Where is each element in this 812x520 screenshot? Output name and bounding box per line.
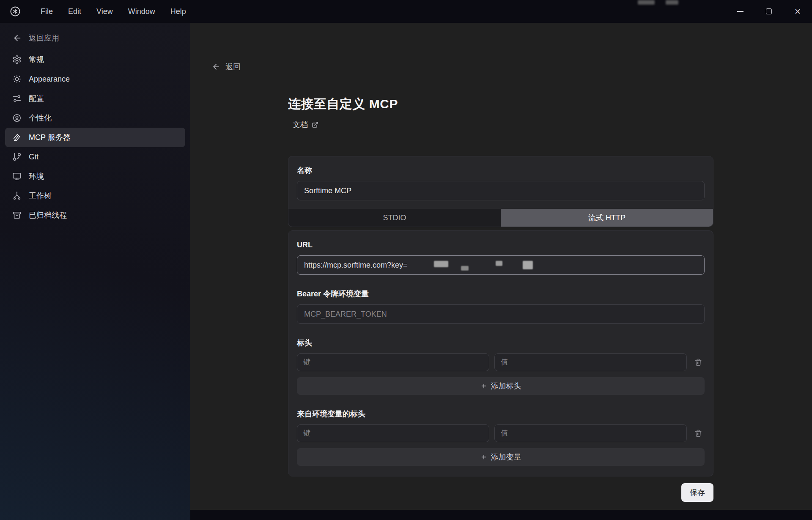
sidebar-item-environment[interactable]: 环境 <box>5 167 185 186</box>
url-input[interactable]: https://mcp.sorftime.com?key= <box>297 255 705 275</box>
worktree-icon <box>12 191 22 200</box>
env-headers-label: 来自环境变量的标头 <box>297 409 705 419</box>
menu-window[interactable]: Window <box>121 4 163 19</box>
docs-link-label: 文档 <box>293 120 308 130</box>
close-icon: ✕ <box>794 8 801 16</box>
menu-edit[interactable]: Edit <box>60 4 89 19</box>
sidebar-item-label: 已归档线程 <box>29 210 67 220</box>
env-header-key-input[interactable] <box>297 424 489 442</box>
plus-icon <box>480 454 487 460</box>
user-circle-icon <box>12 113 22 123</box>
arrow-left-icon <box>13 33 22 43</box>
header-row <box>297 353 705 371</box>
menu-file[interactable]: File <box>33 4 60 19</box>
sidebar: 返回应用 常规 Appearance 配置 个性化 MCP 服务器 <box>0 23 190 520</box>
sidebar-item-label: 配置 <box>29 93 44 104</box>
archive-icon <box>12 211 22 220</box>
trash-icon <box>694 430 702 437</box>
sidebar-item-personalization[interactable]: 个性化 <box>5 108 185 128</box>
bearer-token-input[interactable] <box>297 304 705 324</box>
redacted-blur <box>496 261 502 266</box>
sidebar-item-label: 工作树 <box>29 191 52 201</box>
maximize-button[interactable] <box>754 0 783 23</box>
header-key-input[interactable] <box>297 353 489 371</box>
name-card: 名称 STDIO 流式 HTTP <box>288 156 713 227</box>
delete-header-button[interactable] <box>692 356 705 369</box>
sidebar-item-git[interactable]: Git <box>5 147 185 167</box>
sidebar-item-label: Appearance <box>29 75 70 84</box>
window-controls: ✕ <box>726 0 812 23</box>
transport-tabs: STDIO 流式 HTTP <box>288 209 713 227</box>
header-value-input[interactable] <box>494 353 687 371</box>
back-to-app-label: 返回应用 <box>29 33 59 43</box>
git-branch-icon <box>12 152 22 161</box>
env-header-value-input[interactable] <box>494 424 687 442</box>
tab-streaming-http[interactable]: 流式 HTTP <box>501 209 713 227</box>
save-button[interactable]: 保存 <box>681 483 713 502</box>
sidebar-item-general[interactable]: 常规 <box>5 50 185 69</box>
sidebar-item-label: MCP 服务器 <box>29 132 71 142</box>
add-variable-button[interactable]: 添加变量 <box>297 448 705 466</box>
bearer-label: Bearer 令牌环境变量 <box>297 289 705 298</box>
docs-link[interactable]: 文档 <box>293 120 318 130</box>
add-variable-label: 添加变量 <box>491 452 521 462</box>
sidebar-item-archived-threads[interactable]: 已归档线程 <box>5 205 185 225</box>
save-row: 保存 <box>288 483 713 502</box>
plus-icon <box>480 383 487 389</box>
sidebar-item-mcp-servers[interactable]: MCP 服务器 <box>5 128 185 147</box>
minimize-icon <box>737 11 743 12</box>
name-input[interactable] <box>297 181 705 200</box>
name-label: 名称 <box>297 166 705 175</box>
back-to-app-link[interactable]: 返回应用 <box>13 33 190 43</box>
back-link[interactable]: 返回 <box>212 62 241 72</box>
redacted-blur <box>638 0 655 5</box>
sidebar-item-config[interactable]: 配置 <box>5 89 185 108</box>
external-link-icon <box>312 121 318 128</box>
sidebar-item-label: 常规 <box>29 55 44 65</box>
minimize-button[interactable] <box>726 0 754 23</box>
redacted-blur <box>523 261 533 269</box>
mcp-icon <box>12 133 22 142</box>
menu-view[interactable]: View <box>89 4 121 19</box>
sidebar-item-worktrees[interactable]: 工作树 <box>5 186 185 205</box>
env-header-row <box>297 424 705 442</box>
sidebar-item-appearance[interactable]: Appearance <box>5 69 185 89</box>
monitor-icon <box>12 172 22 181</box>
titlebar: File Edit View Window Help ✕ <box>0 0 812 23</box>
sun-icon <box>12 74 22 84</box>
trash-icon <box>694 359 702 366</box>
main-content: 返回 连接至自定义 MCP 文档 名称 STDIO 流式 HTTP URL ht… <box>190 23 812 510</box>
arrow-left-icon <box>212 63 220 71</box>
url-value: https://mcp.sorftime.com?key= <box>304 261 408 270</box>
delete-env-header-button[interactable] <box>692 427 705 440</box>
redacted-blur <box>461 266 469 271</box>
add-header-label: 添加标头 <box>491 381 521 391</box>
redacted-blur <box>434 261 448 267</box>
sidebar-item-label: Git <box>29 153 38 161</box>
headers-label: 标头 <box>297 338 705 348</box>
back-link-label: 返回 <box>225 62 241 72</box>
maximize-icon <box>766 8 772 14</box>
close-button[interactable]: ✕ <box>783 0 812 23</box>
redacted-blur <box>666 0 678 5</box>
url-label: URL <box>297 240 705 249</box>
connection-card: URL https://mcp.sorftime.com?key= Bearer… <box>288 230 713 476</box>
app-logo-icon <box>9 5 21 17</box>
add-header-button[interactable]: 添加标头 <box>297 377 705 395</box>
page-title: 连接至自定义 MCP <box>288 96 812 113</box>
sidebar-item-label: 环境 <box>29 171 44 181</box>
gear-icon <box>12 55 22 64</box>
menu-bar: File Edit View Window Help <box>33 4 194 19</box>
mcp-form: 名称 STDIO 流式 HTTP URL https://mcp.sorftim… <box>288 156 713 502</box>
sidebar-item-label: 个性化 <box>29 113 52 123</box>
tab-stdio[interactable]: STDIO <box>288 209 501 227</box>
sliders-icon <box>12 94 22 103</box>
menu-help[interactable]: Help <box>163 4 194 19</box>
